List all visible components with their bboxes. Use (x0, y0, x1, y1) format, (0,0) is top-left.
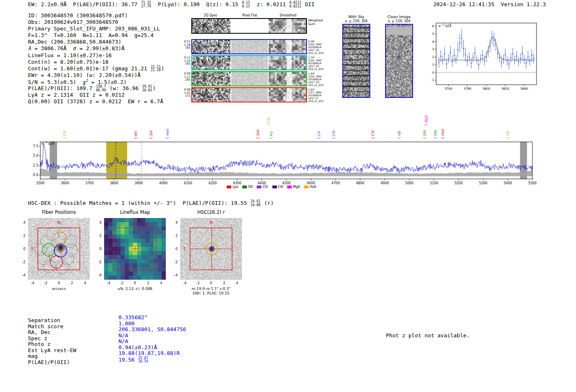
axis-tick-label: 4 (158, 281, 165, 285)
cutout-strip-image (192, 72, 230, 86)
match-table-values: 0.335682"1.000206.336801, 50.844756N/AN/… (118, 315, 186, 362)
fiber-circle (65, 244, 78, 256)
emission-line-bracket-icon: } (63, 137, 66, 139)
match-row-value: 206.336801, 50.844756 (118, 327, 186, 333)
emission-line-text: OII (506, 131, 510, 136)
emission-line-text: CIV (371, 130, 375, 136)
legend-label: OII (248, 185, 253, 189)
legend-swatch (242, 186, 247, 188)
cutout-right-line: 1.82" (308, 88, 329, 91)
cutout-row: WeightedSum (191, 18, 307, 34)
fit-data-point (472, 57, 474, 58)
line-fit-plot: 37603780380038203840-10123456 (424, 21, 544, 95)
fit-data-point (506, 60, 508, 62)
emission-line-label: CIII} (266, 118, 272, 127)
hsc-title: HSC(26.2) r (180, 209, 242, 215)
fit-data-point (492, 37, 493, 38)
timestamp-version: 2024-12-26 12:41:35 Version 1.22.3 (433, 1, 546, 7)
hsc-dex-summary: HSC-DEX : Possible Matches = 1 (within +… (28, 200, 274, 207)
emission-line-text: Hγ (269, 132, 273, 136)
spectrum-xtick-label: 3800 (110, 181, 118, 185)
cutout-row: 0.512.281920.38"(159, 304)20190624v017_0… (191, 39, 307, 54)
axis-tick-label: 2 (170, 234, 178, 238)
axis-tick-label: -4 (105, 281, 112, 285)
spectrum-xtick-label: 4800 (356, 181, 364, 185)
cutout-right-line: (159, 304) (308, 43, 329, 46)
info-line: F=1.3" T=0.160 N=1.11 A=0.94 g=25.4 (28, 32, 164, 39)
fit-data-point (442, 60, 444, 61)
fit-data-point (448, 58, 449, 59)
axis-tick-label: 4 (170, 220, 178, 225)
emission-line-text: OIII (433, 130, 437, 136)
spectrum-ytick-label: 0.0 (33, 173, 38, 177)
cutout-strip-image (231, 72, 268, 86)
cutout-right-label: 1.82"(157, 489)20190624v017_0203_LL_053 (308, 88, 329, 102)
spectrum-xtick-label: 4100 (184, 181, 192, 185)
match-row-label: Separation (28, 318, 76, 324)
match-row-label: Spec z (28, 336, 76, 342)
emission-line-label: OIII} (422, 130, 427, 140)
cutout-right-line: Sum (308, 23, 329, 26)
emission-line-bracket-icon: } (267, 124, 270, 126)
spectrum-ytick-label: 2.5 (33, 164, 38, 167)
cutout-strip-image (231, 88, 268, 102)
spectrum-ytick-label: 7.5 (33, 144, 38, 148)
info-line: Q(0.00) OII (3728) z = 0.0212 EW r = 6.7… (28, 98, 164, 105)
info-line: LineFlux = 1.10(±0.27)e-16 (28, 52, 164, 59)
cutout-strip-image (192, 88, 230, 102)
cutout-strip-image (269, 40, 306, 53)
fit-data-point (503, 59, 504, 60)
spectrum-xtick-label: 5000 (405, 181, 413, 185)
fit-xtick-label: 3780 (463, 87, 471, 90)
fit-data-point (476, 60, 478, 61)
legend-label: CIII (278, 185, 283, 189)
emission-line-label: MgII} (423, 116, 429, 127)
fit-data-point (458, 49, 459, 51)
fit-data-point (439, 62, 440, 63)
spectrum-xtick-label: 4200 (208, 181, 216, 185)
cutout-strip-image (192, 56, 230, 70)
spectrum-xtick-label: 4000 (159, 181, 167, 185)
legend-item: Lyα (227, 185, 238, 189)
fit-data-point (522, 53, 523, 54)
fit-data-point (463, 48, 464, 49)
lineflux-caption: s/b: 2.13 +/- 0.088 (104, 287, 166, 291)
legend-swatch (227, 186, 231, 188)
axis-tick-label: 0 (93, 247, 102, 251)
spectrum-ytick-label: 5.0 (33, 154, 38, 158)
match-row-label: P(LAE)/P(OII) (28, 360, 76, 366)
legend-item: CIII (272, 185, 283, 189)
match-row-label: Est LyA rest-EW (28, 348, 76, 354)
fiber-circle (46, 228, 58, 240)
fit-data-point (533, 58, 534, 59)
cutout-strip-image (192, 40, 230, 53)
legend-swatch (287, 186, 292, 188)
match-row-value: N/A (118, 339, 186, 345)
fit-data-point (484, 60, 485, 62)
emission-line-label: CIII} (331, 131, 337, 140)
match-row-value: 1.000 (118, 321, 186, 327)
fit-data-point (512, 53, 513, 55)
with-sky-image (342, 24, 370, 98)
info-line: RA,Dec (206.336868,50.844673) (28, 39, 164, 45)
fit-data-point (524, 59, 525, 60)
axis-tick-label: 0 (170, 247, 178, 251)
fit-ytick-label: 3 (432, 47, 434, 51)
fit-ytick-label: 4 (432, 40, 434, 44)
fit-xtick-label: 3840 (520, 87, 528, 90)
emission-line-label: OII} (505, 131, 511, 140)
axis-tick-label: 4 (17, 220, 26, 225)
axis-tick-label: -4 (17, 273, 26, 277)
cutout-right-line: 1.74" (308, 56, 329, 59)
cutout-left-label: 0.081.01172 (177, 88, 190, 98)
cutout-left-label: 0.512.28192 (177, 40, 190, 50)
legend-item: MgII (287, 185, 300, 189)
spectrum-ylabel: e−17x2Å (42, 141, 54, 146)
legend-item: OII (242, 185, 253, 189)
spectrum-xtick-label: 5300 (479, 181, 487, 185)
match-row-label: RA, Dec (28, 329, 76, 336)
with-sky-title: With Sky (338, 15, 374, 19)
spectrum-xtick-label: 5200 (454, 181, 462, 185)
emission-line-label: SiIV} (255, 130, 261, 140)
fit-data-point (478, 64, 479, 65)
